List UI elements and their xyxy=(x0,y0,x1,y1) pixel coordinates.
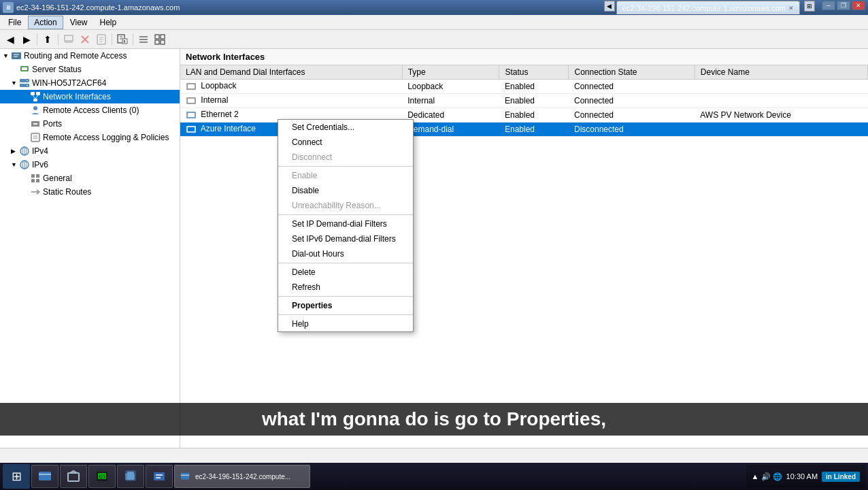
context-menu-dial-out-hours[interactable]: Dial-out Hours xyxy=(278,246,413,261)
sidebar-item-ports[interactable]: Ports xyxy=(0,117,180,131)
taskbar-app-3[interactable]: C:\ xyxy=(88,465,116,488)
cell-status: Enabled xyxy=(499,122,569,137)
context-menu-set-ip-filters[interactable]: Set IP Demand-dial Filters xyxy=(278,216,413,231)
sidebar-item-ipv6[interactable]: ▼ IPv6 xyxy=(0,158,180,172)
back-btn[interactable]: ◀ xyxy=(3,32,18,47)
taskbar-app-2[interactable] xyxy=(60,465,87,488)
tray-icons: ▲ 🔊 🌐 xyxy=(752,472,782,481)
taskbar-app-4[interactable] xyxy=(117,465,144,488)
network-icon xyxy=(30,91,41,102)
static-routes-icon xyxy=(30,186,41,197)
svg-rect-18 xyxy=(161,35,165,39)
expand-icon: ▼ xyxy=(3,52,11,59)
context-menu-properties[interactable]: Properties xyxy=(278,298,413,313)
sidebar-item-root[interactable]: ▼ Routing and Remote Access xyxy=(0,49,180,63)
svg-rect-48 xyxy=(36,174,39,178)
taskbar: ⊞ C:\ ec2-34-196-151-242.compute... ▲ 🔊 … xyxy=(0,463,868,490)
context-menu-refresh[interactable]: Refresh xyxy=(278,280,413,295)
cell-type: Loopback xyxy=(402,80,499,94)
content-header: Network Interfaces xyxy=(180,49,868,65)
start-button[interactable]: ⊞ xyxy=(3,464,30,489)
svg-rect-49 xyxy=(31,179,35,182)
menu-separator xyxy=(278,214,413,215)
toolbar: ◀ ▶ ⬆ xyxy=(0,30,868,49)
server-status-icon xyxy=(19,64,30,75)
menu-separator xyxy=(278,263,413,263)
ports-label: Ports xyxy=(43,119,62,129)
svg-rect-61 xyxy=(188,127,195,131)
menu-separator xyxy=(278,314,413,315)
tab-close-btn[interactable]: ✕ xyxy=(788,5,794,12)
expand-icon: ▼ xyxy=(11,80,19,86)
context-menu-set-credentials[interactable]: Set Credentials... xyxy=(278,120,413,135)
col-device-header[interactable]: Device Name xyxy=(695,65,867,80)
svg-text:C:\: C:\ xyxy=(99,474,105,479)
up-btn[interactable]: ⬆ xyxy=(40,32,55,47)
ipv6-icon xyxy=(19,159,30,170)
ports-icon xyxy=(30,118,41,129)
menu-action[interactable]: Action xyxy=(28,16,63,29)
context-menu-set-ipv6-filters[interactable]: Set IPv6 Demand-dial Filters xyxy=(278,231,413,246)
svg-rect-31 xyxy=(36,92,40,95)
sidebar-item-server-status[interactable]: Server Status xyxy=(0,63,180,76)
sidebar-item-general[interactable]: General xyxy=(0,172,180,185)
tab-scroll-left[interactable]: ◀ xyxy=(604,1,615,12)
sidebar-item-server[interactable]: ▼ WIN-HO5JT2ACF64 xyxy=(0,76,180,90)
cell-device: AWS PV Network Device xyxy=(695,108,867,122)
table-row[interactable]: Internal InternalEnabledConnected xyxy=(180,94,868,108)
context-menu-connect[interactable]: Connect xyxy=(278,135,413,150)
close-btn[interactable]: ✕ xyxy=(852,1,865,10)
col-type-header[interactable]: Type xyxy=(402,65,499,80)
cell-connection: Connected xyxy=(569,108,695,122)
svg-rect-71 xyxy=(154,472,165,480)
general-icon xyxy=(30,173,41,184)
taskbar-app-5[interactable] xyxy=(146,465,173,488)
sidebar-item-network-interfaces[interactable]: Network Interfaces xyxy=(0,90,180,103)
menu-file[interactable]: File xyxy=(3,16,27,29)
general-label: General xyxy=(43,174,72,183)
server-status-label: Server Status xyxy=(32,65,82,74)
svg-rect-25 xyxy=(22,67,27,70)
cell-name: Loopback xyxy=(180,80,402,94)
context-menu-enable: Enable xyxy=(278,168,413,183)
forward-btn[interactable]: ▶ xyxy=(19,32,34,47)
col-connection-header[interactable]: Connection State xyxy=(569,65,695,80)
active-tab[interactable]: ec2-34-196-151-242.compute-1.amazonaws.c… xyxy=(616,1,800,14)
new-tab-btn[interactable]: ⊞ xyxy=(804,1,815,12)
view-detail-btn[interactable] xyxy=(152,32,167,47)
menu-help[interactable]: Help xyxy=(95,16,122,29)
cell-connection: Connected xyxy=(569,94,695,108)
restore-btn[interactable]: ❐ xyxy=(837,1,850,10)
sidebar: ▼ Routing and Remote Access Server Statu… xyxy=(0,49,180,448)
minimize-btn[interactable]: ─ xyxy=(822,1,835,10)
export-list-btn[interactable] xyxy=(115,32,130,47)
view-list-btn[interactable] xyxy=(136,32,151,47)
server-icon xyxy=(19,78,30,88)
col-status-header[interactable]: Status xyxy=(499,65,569,80)
delete-btn xyxy=(78,32,93,47)
expand-icon: ▼ xyxy=(11,161,19,168)
context-menu-delete[interactable]: Delete xyxy=(278,265,413,280)
main-layout: ▼ Routing and Remote Access Server Statu… xyxy=(0,49,868,448)
menu-bar: File Action View Help xyxy=(0,15,868,30)
cell-device xyxy=(695,122,867,137)
svg-rect-0 xyxy=(65,35,73,41)
logging-icon xyxy=(30,132,41,143)
menu-view[interactable]: View xyxy=(65,16,93,29)
sidebar-item-ipv4[interactable]: ▶ IPv4 xyxy=(0,144,180,158)
table-row[interactable]: Loopback LoopbackEnabledConnected xyxy=(180,80,868,94)
taskbar-active-window[interactable]: ec2-34-196-151-242.compute... xyxy=(174,465,310,488)
context-menu-disable[interactable]: Disable xyxy=(278,183,413,198)
svg-point-35 xyxy=(33,106,37,110)
svg-rect-57 xyxy=(188,99,195,103)
network-interfaces-label: Network Interfaces xyxy=(43,92,111,101)
taskbar-app-1[interactable] xyxy=(31,465,59,488)
sidebar-item-remote-logging[interactable]: Remote Access Logging & Policies xyxy=(0,131,180,144)
sidebar-item-static-routes[interactable]: Static Routes xyxy=(0,185,180,199)
svg-rect-21 xyxy=(12,52,21,59)
sidebar-item-remote-clients[interactable]: Remote Access Clients (0) xyxy=(0,103,180,117)
static-routes-label: Static Routes xyxy=(43,187,91,197)
context-menu-help[interactable]: Help xyxy=(278,316,413,331)
col-name-header[interactable]: LAN and Demand Dial Interfaces xyxy=(180,65,402,80)
window-title: ec2-34-196-151-242.compute-1.amazonaws.c… xyxy=(16,3,180,12)
